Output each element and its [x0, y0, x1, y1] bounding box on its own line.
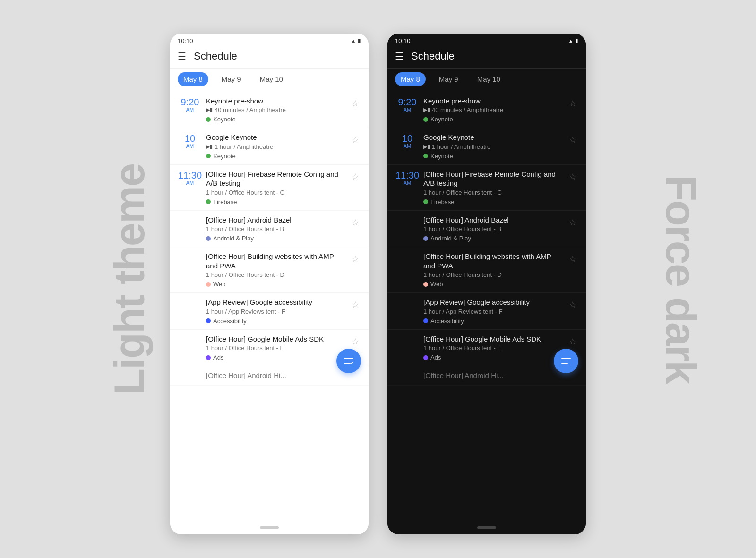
- star-btn-7-light[interactable]: ☆: [350, 335, 361, 349]
- status-bar-dark: 10:10 ▴ ▮: [387, 34, 586, 46]
- event-meta-4-light: 1 hour / Office Hours tent - B: [206, 225, 346, 232]
- event-meta-text-4-light: 1 hour / Office Hours tent - B: [206, 225, 284, 232]
- event-title-4-dark: [Office Hour] Android Bazel: [423, 215, 563, 225]
- star-icon-1-light: ☆: [352, 99, 359, 108]
- date-tab-may8-light[interactable]: May 8: [178, 72, 208, 86]
- svg-rect-2: [344, 363, 351, 364]
- schedule-items-light: 9:20 AM Keynote pre-show ▶▮ 40 minutes /…: [170, 92, 369, 386]
- star-btn-7-dark[interactable]: ☆: [567, 335, 578, 349]
- star-btn-6-light[interactable]: ☆: [350, 298, 361, 312]
- menu-icon-light[interactable]: ☰: [178, 51, 186, 62]
- event-tag-1-light: Keynote: [206, 116, 346, 123]
- star-btn-2-light[interactable]: ☆: [350, 133, 361, 147]
- event-meta-4-dark: 1 hour / Office Hours tent - B: [423, 225, 563, 232]
- tag-dot-3-light: [206, 199, 211, 204]
- status-time-dark: 10:10: [395, 37, 411, 44]
- event-tag-2-dark: Keynote: [423, 153, 563, 160]
- star-icon-5-light: ☆: [352, 254, 359, 264]
- schedule-item-7-light: [Office Hour] Google Mobile Ads SDK 1 ho…: [170, 330, 369, 367]
- tag-dot-3-dark: [423, 199, 428, 204]
- menu-icon-dark[interactable]: ☰: [395, 51, 404, 62]
- event-info-3-dark: [Office Hour] Firebase Remote Config and…: [420, 170, 567, 206]
- event-meta-1-light: ▶▮ 40 minutes / Amphitheatre: [206, 106, 346, 113]
- star-btn-1-light[interactable]: ☆: [350, 96, 361, 111]
- event-info-4-light: [Office Hour] Android Bazel 1 hour / Off…: [202, 215, 350, 242]
- star-icon-1-dark: ☆: [569, 99, 576, 108]
- event-meta-text-1-light: 40 minutes / Amphitheatre: [215, 106, 286, 113]
- tag-dot-2-dark: [423, 154, 428, 158]
- event-info-4-dark: [Office Hour] Android Bazel 1 hour / Off…: [420, 215, 567, 242]
- date-tab-may8-dark[interactable]: May 8: [395, 72, 426, 86]
- wifi-icon-light: ▴: [352, 37, 355, 44]
- tag-dot-5-dark: [423, 282, 428, 287]
- event-meta-text-7-light: 1 hour / Office Hours tent - E: [206, 344, 284, 352]
- status-time-light: 10:10: [178, 37, 193, 44]
- indicator-pill-light: [260, 526, 279, 529]
- date-tab-may9-dark[interactable]: May 9: [433, 72, 464, 86]
- event-meta-text-6-dark: 1 hour / App Reviews tent - F: [423, 308, 503, 315]
- tag-label-3-dark: Firebase: [430, 198, 455, 206]
- star-icon-2-light: ☆: [352, 135, 359, 145]
- schedule-item-3-dark: 11:30 AM [Office Hour] Firebase Remote C…: [387, 165, 586, 211]
- time-ampm-1-dark: AM: [404, 107, 412, 112]
- tag-label-2-light: Keynote: [213, 153, 236, 160]
- tag-dot-6-light: [206, 318, 211, 323]
- event-tag-3-dark: Firebase: [423, 198, 563, 206]
- indicator-pill-dark: [477, 526, 496, 529]
- event-title-5-dark: [Office Hour] Building websites with AMP…: [423, 252, 563, 270]
- time-hour-3-light: 11:30: [178, 171, 202, 180]
- event-title-2-light: Google Keynote: [206, 133, 346, 142]
- event-info-6-dark: [App Review] Google accessibility 1 hour…: [420, 298, 567, 325]
- event-title-7-dark: [Office Hour] Google Mobile Ads SDK: [423, 335, 563, 344]
- schedule-item-1-light: 9:20 AM Keynote pre-show ▶▮ 40 minutes /…: [170, 92, 369, 129]
- date-tab-may10-dark[interactable]: May 10: [472, 72, 506, 86]
- star-btn-1-dark[interactable]: ☆: [567, 96, 578, 111]
- star-btn-3-light[interactable]: ☆: [350, 170, 361, 184]
- tag-dot-1-dark: [423, 117, 428, 122]
- star-btn-3-dark[interactable]: ☆: [567, 170, 578, 184]
- date-tab-may9-light[interactable]: May 9: [216, 72, 247, 86]
- star-btn-2-dark[interactable]: ☆: [567, 133, 578, 147]
- schedule-content-dark: 9:20 AM Keynote pre-show ▶▮ 40 minutes /…: [387, 92, 586, 523]
- phone-dark: 10:10 ▴ ▮ ☰ Schedule May 8 May 9 May 10 …: [387, 34, 586, 534]
- star-icon-3-dark: ☆: [569, 172, 576, 181]
- schedule-item-3-light: 11:30 AM [Office Hour] Firebase Remote C…: [170, 165, 369, 211]
- event-info-5-light: [Office Hour] Building websites with AMP…: [202, 252, 350, 288]
- event-info-2-dark: Google Keynote ▶▮ 1 hour / Amphitheatre …: [420, 133, 567, 160]
- schedule-item-4-light: [Office Hour] Android Bazel 1 hour / Off…: [170, 211, 369, 248]
- event-meta-3-light: 1 hour / Office Hours tent - C: [206, 189, 346, 196]
- event-meta-text-5-dark: 1 hour / Office Hours tent - D: [423, 271, 502, 278]
- fab-button-light[interactable]: [336, 349, 361, 373]
- svg-rect-1: [344, 361, 353, 361]
- event-info-1-light: Keynote pre-show ▶▮ 40 minutes / Amphith…: [202, 96, 350, 123]
- time-ampm-2-light: AM: [186, 143, 194, 149]
- schedule-item-2-light: 10 AM Google Keynote ▶▮ 1 hour / Amphith…: [170, 128, 369, 165]
- star-icon-5-dark: ☆: [569, 254, 576, 264]
- event-info-7-dark: [Office Hour] Google Mobile Ads SDK 1 ho…: [420, 335, 567, 361]
- star-icon-4-light: ☆: [352, 218, 359, 227]
- event-meta-text-3-light: 1 hour / Office Hours tent - C: [206, 189, 284, 196]
- star-btn-4-dark[interactable]: ☆: [567, 215, 578, 230]
- phones-container: 10:10 ▴ ▮ ☰ Schedule May 8 May 9 May 10 …: [170, 34, 586, 534]
- event-meta-5-dark: 1 hour / Office Hours tent - D: [423, 271, 563, 278]
- event-tag-3-light: Firebase: [206, 198, 346, 206]
- event-tag-1-dark: Keynote: [423, 116, 563, 123]
- time-hour-2-dark: 10: [402, 134, 412, 143]
- tag-dot-4-dark: [423, 236, 428, 241]
- tag-label-5-dark: Web: [430, 281, 443, 288]
- star-icon-7-light: ☆: [352, 337, 359, 346]
- date-tab-may10-light[interactable]: May 10: [254, 72, 289, 86]
- tag-label-4-dark: Android & Play: [430, 235, 471, 242]
- star-btn-5-dark[interactable]: ☆: [567, 252, 578, 266]
- event-title-partial-dark: [Office Hour] Android Hi...: [423, 371, 575, 380]
- star-btn-5-light[interactable]: ☆: [350, 252, 361, 266]
- schedule-item-1-dark: 9:20 AM Keynote pre-show ▶▮ 40 minutes /…: [387, 92, 586, 129]
- event-tag-4-light: Android & Play: [206, 235, 346, 242]
- star-btn-6-dark[interactable]: ☆: [567, 298, 578, 312]
- tag-label-1-dark: Keynote: [430, 116, 453, 123]
- fab-button-dark[interactable]: [554, 349, 578, 373]
- status-bar-light: 10:10 ▴ ▮: [170, 34, 369, 46]
- tag-label-7-dark: Ads: [430, 354, 441, 361]
- event-tag-7-dark: Ads: [423, 354, 563, 361]
- star-btn-4-light[interactable]: ☆: [350, 215, 361, 230]
